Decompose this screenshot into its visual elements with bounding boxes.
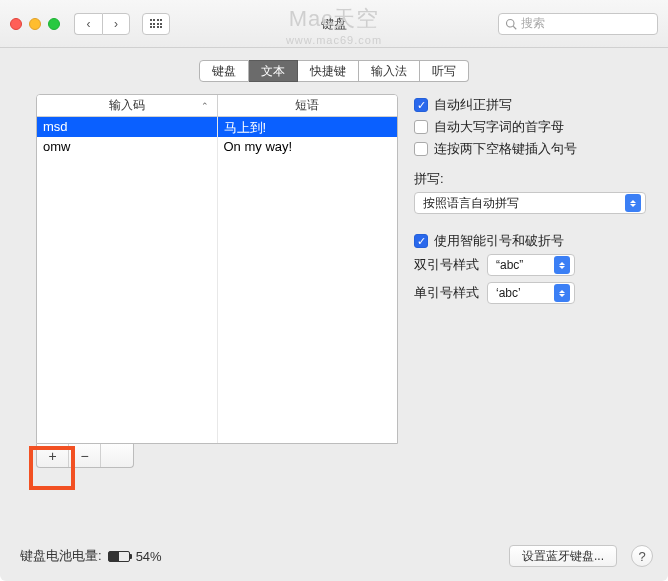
bluetooth-keyboard-button[interactable]: 设置蓝牙键盘... — [509, 545, 617, 567]
auto-correct-checkbox[interactable]: 自动纠正拼写 — [414, 96, 648, 114]
maximize-icon[interactable] — [48, 18, 60, 30]
column-divider — [217, 117, 218, 443]
preferences-window: ‹ › 键盘 搜索 Mac天空 www.mac69.com 键盘 文本 快捷键 … — [0, 0, 668, 581]
sort-caret-icon: ⌃ — [201, 101, 209, 111]
checkbox-icon — [414, 98, 428, 112]
tab-input-sources[interactable]: 输入法 — [359, 60, 420, 82]
battery-icon — [108, 551, 130, 562]
footer: 键盘电池电量: 54% 设置蓝牙键盘... ? — [20, 545, 653, 567]
svg-point-0 — [507, 19, 515, 27]
battery-percent: 54% — [136, 549, 162, 564]
titlebar: ‹ › 键盘 搜索 — [0, 0, 668, 48]
search-icon — [505, 18, 517, 30]
double-quote-select[interactable]: “abc” — [487, 254, 575, 276]
spacer — [101, 444, 133, 467]
minimize-icon[interactable] — [29, 18, 41, 30]
show-all-button[interactable] — [142, 13, 170, 35]
auto-capitalize-checkbox[interactable]: 自动大写字词的首字母 — [414, 118, 648, 136]
double-quote-row: 双引号样式 “abc” — [414, 254, 648, 276]
battery-label: 键盘电池电量: — [20, 547, 102, 565]
svg-line-1 — [513, 26, 516, 29]
checkbox-icon — [414, 142, 428, 156]
content-area: 输入码 ⌃ 短语 msd 马上到! omw On my way! — [0, 94, 668, 478]
column-with[interactable]: 短语 — [218, 95, 398, 116]
options-panel: 自动纠正拼写 自动大写字词的首字母 连按两下空格键插入句号 拼写: 按照语言自动… — [414, 94, 648, 468]
table-header: 输入码 ⌃ 短语 — [37, 95, 397, 117]
tab-bar: 键盘 文本 快捷键 输入法 听写 — [0, 48, 668, 94]
checkbox-icon — [414, 120, 428, 134]
checkbox-icon — [414, 234, 428, 248]
tab-dictation[interactable]: 听写 — [420, 60, 469, 82]
grid-icon — [150, 19, 163, 28]
battery-fill — [109, 552, 120, 561]
single-quote-row: 单引号样式 ‘abc’ — [414, 282, 648, 304]
tab-text[interactable]: 文本 — [249, 60, 298, 82]
help-button[interactable]: ? — [631, 545, 653, 567]
spelling-select[interactable]: 按照语言自动拼写 — [414, 192, 646, 214]
select-arrows-icon — [554, 284, 570, 302]
double-space-checkbox[interactable]: 连按两下空格键插入句号 — [414, 140, 648, 158]
single-quote-select[interactable]: ‘abc’ — [487, 282, 575, 304]
spelling-label: 拼写: — [414, 170, 648, 188]
double-quote-label: 双引号样式 — [414, 256, 479, 274]
text-replacement-panel: 输入码 ⌃ 短语 msd 马上到! omw On my way! — [36, 94, 398, 468]
search-placeholder: 搜索 — [521, 15, 545, 32]
tab-keyboard[interactable]: 键盘 — [199, 60, 249, 82]
remove-button[interactable]: − — [69, 444, 101, 467]
forward-button[interactable]: › — [102, 13, 130, 35]
search-field[interactable]: 搜索 — [498, 13, 658, 35]
back-button[interactable]: ‹ — [74, 13, 102, 35]
add-remove-bar: + − — [36, 444, 134, 468]
select-arrows-icon — [554, 256, 570, 274]
single-quote-label: 单引号样式 — [414, 284, 479, 302]
tab-shortcuts[interactable]: 快捷键 — [298, 60, 359, 82]
column-replace[interactable]: 输入码 ⌃ — [37, 95, 218, 116]
window-controls — [10, 18, 60, 30]
select-arrows-icon — [625, 194, 641, 212]
smart-quotes-checkbox[interactable]: 使用智能引号和破折号 — [414, 232, 648, 250]
close-icon[interactable] — [10, 18, 22, 30]
window-title: 键盘 — [321, 15, 347, 33]
add-button[interactable]: + — [37, 444, 69, 467]
nav-buttons: ‹ › — [74, 13, 130, 35]
replacement-table[interactable]: 输入码 ⌃ 短语 msd 马上到! omw On my way! — [36, 94, 398, 444]
